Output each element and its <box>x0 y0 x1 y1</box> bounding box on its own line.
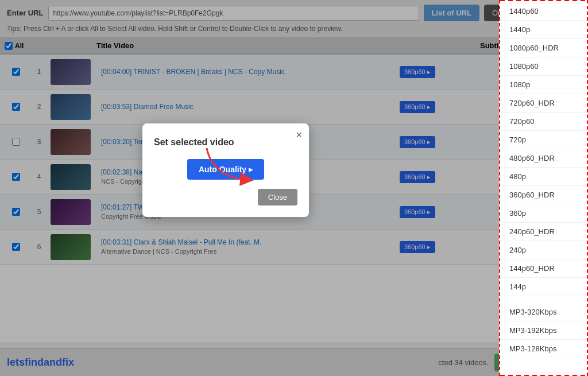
dropdown-item[interactable]: 240p60_HDR <box>500 223 587 241</box>
dialog-close-btn-row: Close <box>154 189 297 206</box>
dialog-title: Set selected video <box>154 137 297 148</box>
dialog-close-button[interactable]: Close <box>258 189 297 206</box>
dropdown-item[interactable]: 1080p60_HDR <box>500 39 587 57</box>
dropdown-item[interactable]: 1080p <box>500 76 587 94</box>
dropdown-item[interactable]: 360p60_HDR <box>500 186 587 204</box>
dropdown-item[interactable]: 144p <box>500 278 587 296</box>
dialog-close-x-button[interactable]: × <box>296 129 302 141</box>
quality-dropdown-panel: 1440p60 1440p 1080p60_HDR 1080p60 1080p … <box>499 0 588 376</box>
dropdown-item[interactable]: MP3-192Kbps <box>500 321 587 340</box>
dropdown-item[interactable]: 480p <box>500 168 587 186</box>
dropdown-top-border <box>500 0 587 1</box>
dialog-btn-row: Auto Quality ▸ <box>154 159 297 180</box>
dropdown-separator <box>500 296 587 303</box>
dropdown-item[interactable]: 1440p60 <box>500 2 587 21</box>
dropdown-item[interactable]: 720p60_HDR <box>500 94 587 113</box>
dropdown-item[interactable]: 240p <box>500 241 587 259</box>
dropdown-item[interactable]: 1080p60 <box>500 57 587 76</box>
dropdown-items: 1440p60 1440p 1080p60_HDR 1080p60 1080p … <box>500 0 587 361</box>
dropdown-item[interactable]: 1440p <box>500 21 587 39</box>
dropdown-item[interactable]: 480p60_HDR <box>500 149 587 168</box>
set-video-dialog: × Set selected video Auto Quality ▸ Clos… <box>142 123 309 217</box>
dropdown-item[interactable]: 144p60_HDR <box>500 259 587 278</box>
dropdown-item[interactable]: MP3-320Kbps <box>500 303 587 321</box>
dropdown-item[interactable]: MP3-128Kbps <box>500 340 587 358</box>
dropdown-item[interactable]: 720p <box>500 131 587 149</box>
auto-quality-button[interactable]: Auto Quality ▸ <box>187 159 264 180</box>
dropdown-item[interactable]: 720p60 <box>500 113 587 131</box>
dropdown-item[interactable]: 360p <box>500 204 587 223</box>
